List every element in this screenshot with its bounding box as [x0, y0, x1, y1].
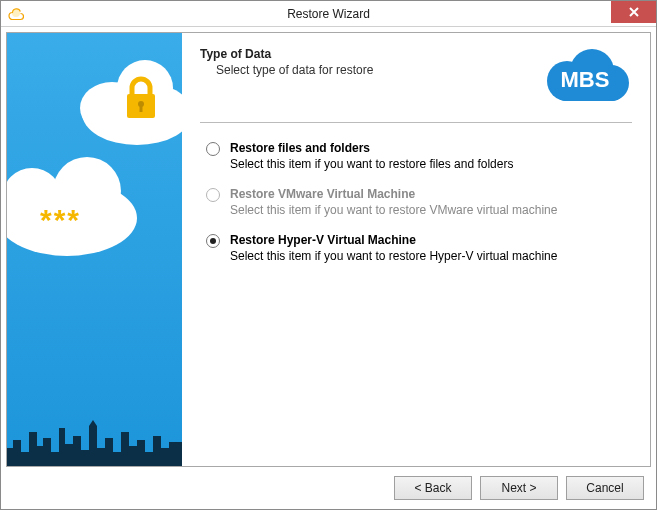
svg-text:***: ***: [40, 203, 81, 236]
option-restore-vmware: Restore VMware Virtual Machine Select th…: [200, 187, 632, 217]
radio-icon: [206, 188, 220, 202]
option-desc: Select this item if you want to restore …: [230, 157, 632, 171]
svg-point-0: [12, 9, 20, 17]
sidebar-illustration: ***: [7, 33, 182, 463]
option-restore-hyperv[interactable]: Restore Hyper-V Virtual Machine Select t…: [200, 233, 632, 263]
page-title: Type of Data: [200, 47, 537, 61]
wizard-content: Type of Data Select type of data for res…: [182, 33, 650, 466]
app-icon: [1, 6, 31, 22]
restore-wizard-window: Restore Wizard: [0, 0, 657, 510]
close-icon: [629, 4, 639, 20]
option-restore-files[interactable]: Restore files and folders Select this it…: [200, 141, 632, 171]
skyline-icon: [7, 418, 182, 466]
window-title: Restore Wizard: [31, 7, 656, 21]
next-button[interactable]: Next >: [480, 476, 558, 500]
wizard-sidebar: ***: [7, 33, 182, 466]
option-desc: Select this item if you want to restore …: [230, 203, 632, 217]
cancel-button[interactable]: Cancel: [566, 476, 644, 500]
wizard-body: *** Type of Data Select type of data for…: [1, 27, 656, 509]
wizard-footer: < Back Next > Cancel: [1, 467, 656, 509]
option-title: Restore VMware Virtual Machine: [230, 187, 632, 201]
option-desc: Select this item if you want to restore …: [230, 249, 632, 263]
svg-rect-6: [140, 105, 143, 112]
content-header: Type of Data Select type of data for res…: [200, 47, 632, 110]
page-subtitle: Select type of data for restore: [200, 63, 537, 77]
close-button[interactable]: [611, 1, 656, 23]
title-bar: Restore Wizard: [1, 1, 656, 27]
svg-text:MBS: MBS: [561, 67, 610, 92]
radio-icon: [206, 234, 220, 248]
main-row: *** Type of Data Select type of data for…: [6, 32, 651, 467]
option-title: Restore Hyper-V Virtual Machine: [230, 233, 632, 247]
mbs-logo: MBS: [537, 47, 632, 110]
back-button[interactable]: < Back: [394, 476, 472, 500]
radio-icon: [206, 142, 220, 156]
option-title: Restore files and folders: [230, 141, 632, 155]
separator: [200, 122, 632, 123]
